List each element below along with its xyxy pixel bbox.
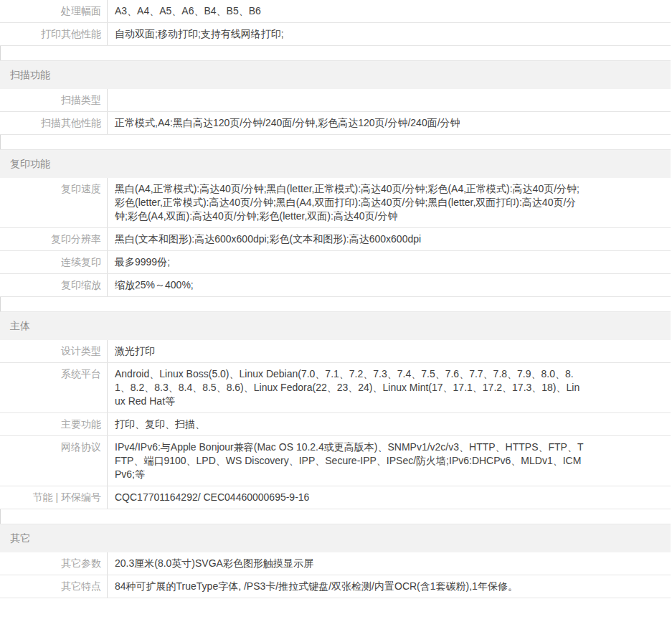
table-row: 其它特点84种可扩展的TrueType字体, /PS3卡/推拉式键盘/双张检测/… xyxy=(0,575,671,598)
section-header: 扫描功能 xyxy=(0,60,671,89)
row-value: A3、A4、A5、A6、B4、B5、B6 xyxy=(108,0,671,22)
table-row: 系统平台Android、Linux Boss(5.0)、Linux Debian… xyxy=(0,363,671,413)
row-value: 20.3厘米(8.0英寸)SVGA彩色图形触摸显示屏 xyxy=(108,552,671,575)
table-row: 连续复印最多9999份; xyxy=(0,251,671,274)
row-label: 扫描其他性能 xyxy=(0,112,108,134)
row-label: 主要功能 xyxy=(0,413,108,435)
table-row: 网络协议IPv4/IPv6:与Apple Bonjour兼容(Mac OS 10… xyxy=(0,436,671,486)
row-value-text: 打印、复印、扫描、 xyxy=(115,418,585,431)
section-header-label: 其它 xyxy=(10,532,30,544)
row-value-text: A3、A4、A5、A6、B4、B5、B6 xyxy=(115,4,585,18)
row-value: CQC17701164292/ CEC04460000695-9-16 xyxy=(108,486,671,509)
row-value-text: IPv4/IPv6:与Apple Bonjour兼容(Mac OS 10.2.4… xyxy=(115,440,585,481)
table-row: 复印缩放缩放25%～400%; xyxy=(0,274,671,297)
section-header-label: 复印功能 xyxy=(10,158,50,169)
row-value-text: 84种可扩展的TrueType字体, /PS3卡/推拉式键盘/双张检测/内置OC… xyxy=(115,580,585,593)
row-label: 复印缩放 xyxy=(0,274,108,296)
row-label: 设计类型 xyxy=(0,340,108,362)
row-value: 最多9999份; xyxy=(108,251,671,273)
row-label: 节能 | 环保编号 xyxy=(0,486,108,509)
spec-section: 主体设计类型激光打印系统平台Android、Linux Boss(5.0)、Li… xyxy=(0,311,671,509)
row-value: 黑白(文本和图形):高达600x600dpi;彩色(文本和图形):高达600x6… xyxy=(108,228,671,250)
row-value-text: Android、Linux Boss(5.0)、Linux Debian(7.0… xyxy=(115,367,585,408)
row-label: 扫描类型 xyxy=(0,89,108,111)
row-value-text: 黑白(A4,正常模式):高达40页/分钟;黑白(letter,正常模式):高达4… xyxy=(115,182,585,223)
spec-table: 处理幅面A3、A4、A5、A6、B4、B5、B6打印其他性能自动双面;移动打印;… xyxy=(0,0,671,598)
row-label: 其它特点 xyxy=(0,575,108,598)
row-value-text: 缩放25%～400%; xyxy=(115,278,585,292)
row-value-text: 正常模式,A4:黑白高达120页/分钟/240面/分钟,彩色高达120页/分钟/… xyxy=(115,116,585,130)
row-value-text: 自动双面;移动打印;支持有线网络打印; xyxy=(115,27,585,41)
spec-section: 其它其它参数20.3厘米(8.0英寸)SVGA彩色图形触摸显示屏其它特点84种可… xyxy=(0,524,671,598)
row-value-text: 黑白(文本和图形):高达600x600dpi;彩色(文本和图形):高达600x6… xyxy=(115,232,585,246)
section-header-label: 主体 xyxy=(10,320,30,331)
section-header: 其它 xyxy=(0,524,671,552)
table-row: 其它参数20.3厘米(8.0英寸)SVGA彩色图形触摸显示屏 xyxy=(0,552,671,575)
row-label: 复印分辨率 xyxy=(0,228,108,250)
table-row: 主要功能打印、复印、扫描、 xyxy=(0,413,671,436)
spec-section: 复印功能复印速度黑白(A4,正常模式):高达40页/分钟;黑白(letter,正… xyxy=(0,149,671,297)
row-label: 连续复印 xyxy=(0,251,108,273)
table-row: 复印速度黑白(A4,正常模式):高达40页/分钟;黑白(letter,正常模式)… xyxy=(0,178,671,228)
row-label: 复印速度 xyxy=(0,178,108,227)
row-label: 打印其他性能 xyxy=(0,23,108,45)
spec-section: 处理幅面A3、A4、A5、A6、B4、B5、B6打印其他性能自动双面;移动打印;… xyxy=(0,0,671,46)
row-value: 打印、复印、扫描、 xyxy=(108,413,671,435)
row-value: 黑白(A4,正常模式):高达40页/分钟;黑白(letter,正常模式):高达4… xyxy=(108,178,671,227)
table-row: 节能 | 环保编号CQC17701164292/ CEC04460000695-… xyxy=(0,486,671,509)
row-label: 系统平台 xyxy=(0,363,108,412)
row-value xyxy=(108,89,671,111)
row-value: 84种可扩展的TrueType字体, /PS3卡/推拉式键盘/双张检测/内置OC… xyxy=(108,575,671,598)
row-label: 网络协议 xyxy=(0,436,108,486)
row-value: 缩放25%～400%; xyxy=(108,274,671,296)
row-value-text: CQC17701164292/ CEC04460000695-9-16 xyxy=(115,491,585,504)
table-row: 复印分辨率黑白(文本和图形):高达600x600dpi;彩色(文本和图形):高达… xyxy=(0,228,671,251)
row-value: IPv4/IPv6:与Apple Bonjour兼容(Mac OS 10.2.4… xyxy=(108,436,671,486)
row-value: Android、Linux Boss(5.0)、Linux Debian(7.0… xyxy=(108,363,671,412)
table-row: 扫描其他性能正常模式,A4:黑白高达120页/分钟/240面/分钟,彩色高达12… xyxy=(0,112,671,135)
row-value: 正常模式,A4:黑白高达120页/分钟/240面/分钟,彩色高达120页/分钟/… xyxy=(108,112,671,134)
row-value-text: 激光打印 xyxy=(115,344,585,358)
table-row: 处理幅面A3、A4、A5、A6、B4、B5、B6 xyxy=(0,0,671,23)
section-header-label: 扫描功能 xyxy=(10,69,50,80)
row-label: 处理幅面 xyxy=(0,0,108,22)
table-row: 打印其他性能自动双面;移动打印;支持有线网络打印; xyxy=(0,23,671,46)
row-value: 自动双面;移动打印;支持有线网络打印; xyxy=(108,23,671,45)
section-header: 主体 xyxy=(0,311,671,340)
row-label: 其它参数 xyxy=(0,552,108,575)
section-header: 复印功能 xyxy=(0,149,671,178)
spec-section: 扫描功能扫描类型扫描其他性能正常模式,A4:黑白高达120页/分钟/240面/分… xyxy=(0,60,671,135)
table-row: 设计类型激光打印 xyxy=(0,340,671,363)
table-row: 扫描类型 xyxy=(0,89,671,112)
row-value-text: 20.3厘米(8.0英寸)SVGA彩色图形触摸显示屏 xyxy=(115,557,585,570)
row-value-text: 最多9999份; xyxy=(115,255,585,269)
row-value: 激光打印 xyxy=(108,340,671,362)
